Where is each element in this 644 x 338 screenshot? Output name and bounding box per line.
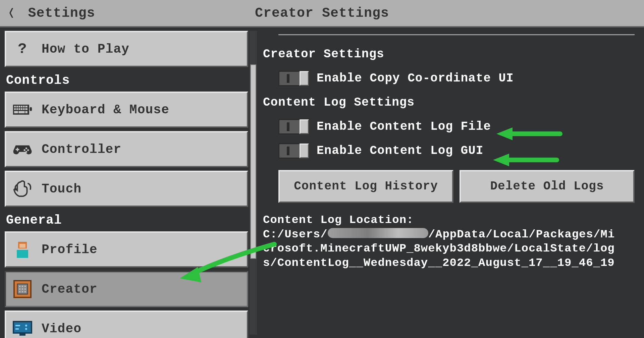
page-title-wrap: Creator Settings — [0, 6, 644, 21]
svg-rect-15 — [18, 111, 24, 113]
button-label: Content Log History — [294, 177, 438, 195]
keyboard-icon — [13, 100, 32, 119]
svg-rect-37 — [13, 322, 32, 333]
sidebar-item-label: Creator — [42, 282, 98, 296]
svg-rect-9 — [16, 108, 18, 110]
toggle-content-log-gui-label: Enable Content Log GUI — [317, 142, 483, 160]
svg-rect-40 — [15, 328, 19, 330]
section-header-general: General — [5, 210, 248, 231]
sidebar-item-label: Touch — [42, 182, 82, 196]
svg-rect-1 — [30, 107, 32, 111]
sidebar: ? How to Play Controls Keyboard & Mouse … — [0, 27, 258, 338]
svg-rect-16 — [25, 111, 28, 113]
svg-rect-36 — [24, 291, 26, 292]
svg-point-20 — [27, 149, 29, 151]
toggle-copy-coord[interactable] — [278, 71, 309, 86]
button-label: Delete Old Logs — [490, 177, 604, 195]
svg-rect-29 — [22, 286, 23, 287]
profile-icon — [13, 240, 32, 259]
group-title-contentlog: Content Log Settings — [263, 94, 635, 112]
sidebar-item-profile[interactable]: Profile — [5, 231, 248, 268]
topbar: ‹ Settings Creator Settings — [0, 0, 644, 27]
sidebar-item-creator[interactable]: Creator — [5, 271, 248, 307]
sidebar-item-label: Profile — [42, 242, 98, 257]
svg-rect-32 — [22, 288, 23, 290]
sidebar-item-label: Keyboard & Mouse — [42, 103, 169, 117]
sidebar-item-video[interactable]: Video — [5, 311, 248, 338]
sidebar-scrollbar[interactable] — [250, 31, 257, 335]
loc-path-prefix: C:/Users/ — [263, 228, 328, 241]
toggle-content-log-gui[interactable] — [278, 143, 309, 159]
question-icon: ? — [13, 39, 32, 59]
svg-rect-14 — [14, 111, 18, 113]
svg-rect-30 — [24, 286, 26, 287]
touch-icon — [13, 179, 32, 199]
section-header-controls: Controls — [5, 70, 248, 92]
sidebar-item-keyboard[interactable]: Keyboard & Mouse — [5, 92, 248, 128]
svg-rect-18 — [16, 149, 19, 150]
content-log-location: Content Log Location: C:/Users//AppData/… — [263, 213, 619, 270]
svg-rect-7 — [25, 106, 28, 107]
loc-path: C:/Users//AppData/Local/Packages/Microso… — [263, 227, 619, 270]
svg-point-22 — [25, 151, 27, 153]
sidebar-item-howtoplay[interactable]: ? How to Play — [5, 31, 248, 67]
svg-rect-38 — [15, 325, 20, 326]
gamepad-icon — [13, 139, 32, 159]
svg-rect-31 — [19, 288, 20, 290]
delete-old-logs-button[interactable]: Delete Old Logs — [460, 170, 635, 203]
svg-rect-10 — [18, 108, 20, 110]
monitor-icon — [13, 319, 32, 338]
chevron-left-icon: ‹ — [7, 1, 15, 25]
svg-rect-13 — [25, 108, 28, 110]
content-log-history-button[interactable]: Content Log History — [278, 170, 453, 203]
sidebar-item-label: Controller — [42, 142, 121, 157]
svg-point-19 — [25, 148, 27, 149]
svg-rect-12 — [23, 108, 25, 110]
sidebar-item-label: Video — [42, 322, 82, 336]
scrollbar-thumb[interactable] — [250, 64, 256, 259]
redacted-username — [328, 228, 428, 238]
svg-rect-4 — [18, 106, 20, 107]
group-title-creator: Creator Settings — [263, 45, 635, 63]
divider — [278, 34, 635, 35]
svg-rect-28 — [19, 286, 20, 287]
commandblock-icon — [13, 279, 32, 299]
svg-rect-2 — [14, 106, 16, 107]
back-button[interactable]: ‹ Settings — [7, 5, 95, 21]
page-title: Creator Settings — [255, 6, 389, 21]
content-panel: Creator Settings Enable Copy Co-ordinate… — [258, 27, 644, 338]
svg-rect-35 — [22, 291, 23, 292]
loc-title: Content Log Location: — [263, 213, 619, 227]
svg-rect-11 — [21, 108, 22, 110]
toggle-copy-coord-label: Enable Copy Co-ordinate UI — [317, 69, 514, 88]
sidebar-item-label: How to Play — [42, 42, 129, 56]
svg-point-21 — [24, 149, 25, 151]
svg-point-41 — [25, 328, 27, 330]
toggle-content-log-file-label: Enable Content Log File — [317, 118, 491, 136]
svg-rect-25 — [17, 250, 28, 258]
svg-rect-33 — [24, 288, 26, 290]
back-label: Settings — [28, 6, 95, 21]
svg-rect-42 — [19, 334, 25, 336]
toggle-content-log-file[interactable] — [278, 119, 309, 134]
sidebar-item-touch[interactable]: Touch — [5, 171, 248, 207]
svg-rect-5 — [21, 106, 22, 107]
svg-rect-8 — [14, 108, 16, 110]
sidebar-item-controller[interactable]: Controller — [5, 131, 248, 167]
svg-rect-3 — [16, 106, 18, 107]
svg-point-39 — [25, 325, 27, 327]
svg-rect-24 — [19, 244, 25, 248]
svg-rect-6 — [23, 106, 25, 107]
svg-rect-34 — [19, 291, 20, 292]
